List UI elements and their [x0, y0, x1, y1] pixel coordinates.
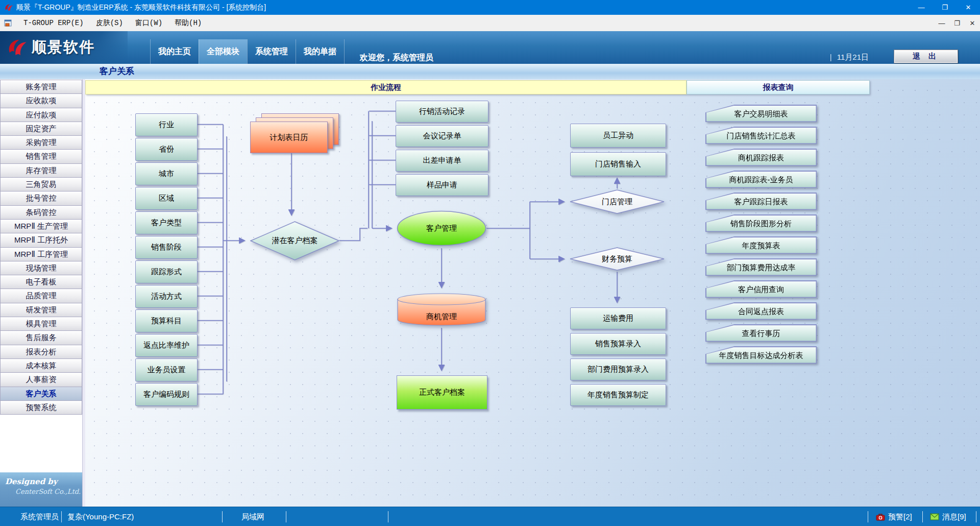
- sidebar-item[interactable]: 客户关系: [0, 387, 82, 401]
- flow-box-activity[interactable]: 出差申请单: [396, 150, 488, 172]
- flow-box-master[interactable]: 省份: [135, 138, 198, 161]
- report-item[interactable]: 商机跟踪报表: [705, 149, 817, 166]
- flow-box-master[interactable]: 活动方式: [135, 285, 198, 308]
- tab-system-admin[interactable]: 系统管理: [247, 39, 296, 64]
- menu-item[interactable]: T-GROUP ERP(E): [17, 15, 90, 31]
- menu-item[interactable]: 帮助(H): [168, 15, 208, 31]
- brand-logo: 顺景软件: [6, 37, 95, 58]
- flow-box-budget[interactable]: 年度销售预算制定: [570, 384, 666, 406]
- sidebar-item[interactable]: 报表分析: [0, 345, 82, 359]
- report-item[interactable]: 客户信用查询: [705, 280, 817, 298]
- report-item[interactable]: 商机跟踪表-业务员: [705, 171, 817, 188]
- sidebar-item[interactable]: 条码管控: [0, 205, 82, 220]
- status-user: 系统管理员: [20, 507, 59, 526]
- menu-bar: T-GROUP ERP(E)皮肤(S)窗口(W)帮助(H) — ❐ ✕: [0, 15, 980, 32]
- sidebar-item[interactable]: 现场管理: [0, 261, 82, 275]
- report-item[interactable]: 年度销售目标达成分析表: [705, 346, 817, 364]
- flow-cylinder-opportunity[interactable]: 商机管理: [397, 293, 486, 327]
- sidebar-item[interactable]: 采购管理: [0, 135, 82, 150]
- exit-button[interactable]: 退 出: [894, 50, 958, 63]
- flow-box-budget[interactable]: 销售预算录入: [570, 333, 666, 355]
- flow-ellipse-customer[interactable]: 客户管理: [397, 210, 486, 246]
- report-item[interactable]: 年度预算表: [705, 236, 817, 254]
- report-item-label: 客户信用查询: [705, 280, 817, 298]
- brand-swoosh-icon: [6, 37, 28, 58]
- sidebar-item[interactable]: 固定资产: [0, 122, 82, 136]
- sidebar-item[interactable]: 品质管理: [0, 289, 82, 303]
- flow-box-budget[interactable]: 运输费用: [570, 307, 666, 329]
- status-network: 局域网: [241, 507, 264, 526]
- sidebar-item[interactable]: 模具管理: [0, 317, 82, 331]
- sidebar-item[interactable]: 预警系统: [0, 400, 82, 415]
- sidebar-item[interactable]: 研发管理: [0, 303, 82, 317]
- sidebar-item[interactable]: 三角贸易: [0, 177, 82, 192]
- status-bar: 系统管理员 复杂(Young-PC:FZ) 局域网 预警[2] 消息[9]: [0, 507, 980, 526]
- flow-box-activity[interactable]: 行销活动记录: [396, 101, 488, 123]
- report-item[interactable]: 合同返点报表: [705, 302, 817, 320]
- flow-calendar-stack[interactable]: 计划表日历: [250, 113, 338, 153]
- sidebar-item[interactable]: 电子看板: [0, 275, 82, 289]
- flow-box-master[interactable]: 预算科目: [135, 309, 198, 332]
- mdi-close-icon[interactable]: ✕: [965, 19, 980, 27]
- sidebar-item[interactable]: MRPⅡ 工序管理: [0, 247, 82, 261]
- report-item[interactable]: 门店销售统计汇总表: [705, 127, 817, 144]
- flow-box-master[interactable]: 销售阶段: [135, 236, 198, 259]
- sidebar-item[interactable]: 批号管控: [0, 191, 82, 205]
- tab-my-home[interactable]: 我的主页: [150, 39, 199, 64]
- status-messages[interactable]: 消息[9]: [942, 507, 966, 526]
- mdi-restore-icon[interactable]: ❐: [949, 19, 965, 27]
- sidebar-item[interactable]: 销售管理: [0, 149, 82, 163]
- flow-box-master[interactable]: 返点比率维护: [135, 334, 198, 357]
- designed-by-line2: CenterSoft Co.,Ltd.: [15, 488, 82, 495]
- alert-icon[interactable]: [876, 513, 885, 521]
- report-item[interactable]: 销售阶段图形分析: [705, 214, 817, 232]
- flow-box-master[interactable]: 行业: [135, 113, 198, 136]
- report-item-label: 门店销售统计汇总表: [705, 127, 817, 144]
- flow-box-master[interactable]: 客户类型: [135, 211, 198, 234]
- sidebar-item[interactable]: 库存管理: [0, 163, 82, 178]
- tab-my-documents[interactable]: 我的单据: [296, 39, 345, 64]
- main-nav-tabs: 我的主页 全部模块 系统管理 我的单据: [150, 39, 345, 64]
- report-item[interactable]: 查看行事历: [705, 324, 817, 342]
- flow-box-activity[interactable]: 会议记录单: [396, 125, 488, 147]
- sidebar-item[interactable]: MRPⅡ 生产管理: [0, 219, 82, 233]
- sidebar-item[interactable]: 应付款项: [0, 108, 82, 122]
- sidebar-item[interactable]: 账务管理: [0, 80, 82, 94]
- flow-box-hr[interactable]: 员工异动: [570, 124, 666, 148]
- restore-icon[interactable]: ❐: [933, 0, 957, 15]
- calendar-card-front[interactable]: 计划表日历: [250, 122, 328, 153]
- close-icon[interactable]: ✕: [957, 0, 980, 15]
- report-item-label: 客户交易明细表: [705, 105, 817, 122]
- report-item-label: 年度预算表: [705, 236, 817, 254]
- minimize-icon[interactable]: —: [910, 0, 933, 15]
- flow-box-activity[interactable]: 样品申请: [396, 174, 488, 196]
- message-icon[interactable]: [930, 513, 939, 520]
- flow-box-budget[interactable]: 部门费用预算录入: [570, 358, 666, 380]
- sidebar-item[interactable]: 成本核算: [0, 358, 82, 373]
- flow-box-master[interactable]: 区域: [135, 187, 198, 210]
- sidebar-item[interactable]: 人事薪资: [0, 372, 82, 387]
- report-item[interactable]: 部门预算费用达成率: [705, 258, 817, 276]
- flow-box-master[interactable]: 跟踪形式: [135, 260, 198, 283]
- tab-all-modules[interactable]: 全部模块: [199, 39, 247, 64]
- menu-item[interactable]: 皮肤(S): [90, 15, 129, 31]
- flow-diamond-potential[interactable]: 潜在客户档案: [250, 221, 339, 260]
- flow-diamond-budget[interactable]: 财务预算: [569, 247, 665, 271]
- status-machine: 复杂(Young-PC:FZ): [67, 507, 134, 526]
- flow-box-hr[interactable]: 门店销售输入: [570, 152, 666, 176]
- report-item[interactable]: 客户跟踪日报表: [705, 193, 817, 210]
- flow-box-master[interactable]: 客户编码规则: [135, 383, 198, 406]
- sidebar-item[interactable]: 应收款项: [0, 93, 82, 108]
- sidebar-item[interactable]: 售后服务: [0, 330, 82, 345]
- sidebar-item[interactable]: MRPⅡ 工序托外: [0, 233, 82, 247]
- flow-box-formal-customer[interactable]: 正式客户档案: [397, 375, 487, 410]
- flow-diamond-store[interactable]: 门店管理: [569, 189, 665, 214]
- report-item-label: 销售阶段图形分析: [705, 214, 817, 232]
- window-titlebar: 顺景『T-GROUP』制造业ERP系统 - 东莞顺景软件科技有限公司 - [系统…: [0, 0, 980, 15]
- status-alerts[interactable]: 预警[2]: [888, 507, 912, 526]
- flow-box-master[interactable]: 业务员设置: [135, 358, 198, 381]
- report-item[interactable]: 客户交易明细表: [705, 105, 817, 122]
- menu-item[interactable]: 窗口(W): [129, 15, 168, 31]
- mdi-minimize-icon[interactable]: —: [934, 19, 949, 27]
- flow-box-master[interactable]: 城市: [135, 162, 198, 185]
